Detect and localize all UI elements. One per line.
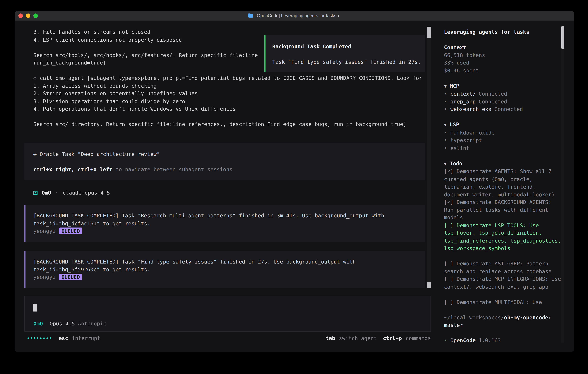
shortcut-description: to navigate between subagent sessions xyxy=(112,166,232,172)
bullet-icon: • xyxy=(444,90,451,98)
queued-message: [BACKGROUND TASK COMPLETED] Task "Find t… xyxy=(24,251,425,288)
text-cursor xyxy=(33,304,37,312)
separator-dot: · xyxy=(55,190,58,196)
agent-header: OmO · claude-opus-4-5 xyxy=(33,189,110,197)
chevron-down-icon: ▼ xyxy=(444,83,447,89)
transcript-line: Search src/ directory. Return specific f… xyxy=(33,120,431,128)
bullet-icon: • xyxy=(444,337,451,344)
context-used: 33% used xyxy=(444,59,563,67)
todo-item: [ ] Demonstrate MULTIMODAL: Use xyxy=(444,298,563,306)
agent-name: OmO xyxy=(42,190,51,196)
transcript-line: 4. Path operations that don't handle Win… xyxy=(33,105,431,113)
input-meta: OmO Opus 4.5 Anthropic xyxy=(33,321,106,326)
chevron-down-icon: ▼ xyxy=(444,161,447,166)
workspace-branch: master xyxy=(444,321,563,329)
traffic-lights xyxy=(18,13,38,18)
context-tokens: 66,518 tokens xyxy=(444,51,563,59)
oracle-task-label: Oracle Task "Deep architecture review" xyxy=(40,151,160,157)
ctrl-p-key-label: commands xyxy=(406,335,431,341)
message-author: yeongyu xyxy=(33,273,56,281)
desktop-background: [OpenCode] Leveraging agents for tasks ◐… xyxy=(0,0,588,374)
lsp-item: •eslint xyxy=(444,144,563,152)
context-spent: $0.46 spent xyxy=(444,67,563,74)
spinner-dots: •••••••• xyxy=(27,335,52,341)
lsp-section-heading: ▼LSP xyxy=(444,121,563,129)
lsp-item: •typescript xyxy=(444,136,563,144)
sidebar-scrollbar-track[interactable] xyxy=(561,26,564,343)
todo-section-heading: ▼Todo xyxy=(444,159,563,168)
folder-icon xyxy=(248,14,253,17)
input-model-name: Opus 4.5 xyxy=(50,321,75,326)
agent-icon xyxy=(33,191,38,195)
window-title-area: [OpenCode] Leveraging agents for tasks ◐ xyxy=(15,13,574,18)
session-title: Leveraging agents for tasks xyxy=(444,28,563,36)
ctrl-p-key-hint: ctrl+p xyxy=(383,335,402,341)
oracle-session-icon: ◉ xyxy=(33,151,37,157)
prompt-input[interactable]: OmO Opus 4.5 Anthropic xyxy=(24,296,431,332)
bullet-icon: • xyxy=(444,144,451,152)
tab-key-hint: tab xyxy=(326,335,335,341)
oracle-task-panel: ◉ Oracle Task "Deep architecture review"… xyxy=(24,143,425,180)
agent-model: claude-opus-4-5 xyxy=(63,190,110,196)
bullet-icon: • xyxy=(444,98,451,105)
transcript-line: 2. String operations on potentially unde… xyxy=(33,90,431,97)
todo-item: [ ] Demonstrate LSP TOOLS: Use lsp_hover… xyxy=(444,221,563,252)
todo-item: [ ] Demonstrate MCP INTEGRATIONS: Use co… xyxy=(444,275,563,291)
shortcut-keys: ctrl+x right, ctrl+x left xyxy=(33,166,112,172)
status-bar: •••••••• esc interrupt tab switch agent … xyxy=(27,334,431,342)
input-provider-name: Anthropic xyxy=(78,321,106,326)
message-text: [BACKGROUND TASK COMPLETED] Task "Find t… xyxy=(33,258,418,273)
sidebar: Leveraging agents for tasks Context 66,5… xyxy=(438,21,574,352)
title-bar: [OpenCode] Leveraging agents for tasks ◐ xyxy=(15,11,574,21)
message-meta: yeongyu QUEUED xyxy=(33,273,418,281)
main-pane: 3. File handles or streams not closed 4.… xyxy=(15,21,438,352)
todo-item: [✓] Demonstrate BACKGROUND AGENTS: Run p… xyxy=(444,198,563,221)
message-meta: yeongyu QUEUED xyxy=(33,227,418,235)
sidebar-scrollbar-thumb[interactable] xyxy=(561,26,564,49)
mcp-section-heading: ▼MCP xyxy=(444,82,563,90)
queued-badge: QUEUED xyxy=(59,274,82,280)
terminal-window: [OpenCode] Leveraging agents for tasks ◐… xyxy=(14,10,574,353)
toast-title: Background Task Completed xyxy=(272,43,422,50)
background-task-toast: Background Task Completed Task "Find typ… xyxy=(264,35,425,72)
toast-body: Task "Find type safety issues" finished … xyxy=(272,58,422,66)
app-name: Open xyxy=(451,337,463,344)
esc-key-hint: esc xyxy=(59,335,68,341)
queued-badge: QUEUED xyxy=(59,228,82,234)
message-text: [BACKGROUND TASK COMPLETED] Task "Resear… xyxy=(33,212,418,227)
window-title: [OpenCode] Leveraging agents for tasks ◐ xyxy=(255,13,340,18)
transcript-line: 1. Array access without bounds checking xyxy=(33,82,431,90)
bullet-icon: • xyxy=(444,136,451,144)
esc-key-label: interrupt xyxy=(72,335,100,341)
tool-call-text: call_omo_agent [subagent_type=explore, p… xyxy=(40,75,422,81)
subagent-nav-hint: ctrl+x right, ctrl+x left to navigate be… xyxy=(33,166,418,173)
gear-icon: ⚙ xyxy=(33,75,37,81)
oracle-task-line: ◉ Oracle Task "Deep architecture review" xyxy=(33,150,418,158)
transcript-line: 3. Division operations that could divide… xyxy=(33,97,431,105)
bullet-icon: • xyxy=(444,105,451,113)
message-scrollbar-thumb[interactable] xyxy=(427,282,431,288)
tool-call-line: ⚙ call_omo_agent [subagent_type=explore,… xyxy=(33,74,431,82)
main-scrollbar-thumb[interactable] xyxy=(427,27,431,38)
lsp-item: •markdown-oxide xyxy=(444,129,563,136)
mcp-item: •websearch_exaConnected xyxy=(444,105,563,113)
main-scrollbar-track[interactable] xyxy=(427,27,431,288)
app-version: 1.0.163 xyxy=(479,337,501,344)
todo-item: [✓] Demonstrate AGENTS: Show all 7 curat… xyxy=(444,168,563,198)
todo-item: [ ] Demonstrate AST-GREP: Pattern search… xyxy=(444,260,563,275)
zoom-button[interactable] xyxy=(33,13,38,18)
close-button[interactable] xyxy=(18,13,23,18)
minimize-button[interactable] xyxy=(26,13,30,18)
mcp-item: •grep_appConnected xyxy=(444,98,563,105)
message-author: yeongyu xyxy=(33,227,56,235)
bullet-icon: • xyxy=(444,129,451,136)
tab-key-label: switch agent xyxy=(339,335,377,341)
app-version-row: •OpenCode1.0.163 xyxy=(444,337,563,344)
mcp-item: •context7Connected xyxy=(444,90,563,98)
transcript-line xyxy=(33,113,431,120)
transcript-line: 3. File handles or streams not closed xyxy=(33,28,431,36)
context-heading: Context xyxy=(444,43,563,51)
queued-message: [BACKGROUND TASK COMPLETED] Task "Resear… xyxy=(24,205,425,242)
chevron-down-icon: ▼ xyxy=(444,122,447,127)
input-agent-name: OmO xyxy=(33,321,43,326)
